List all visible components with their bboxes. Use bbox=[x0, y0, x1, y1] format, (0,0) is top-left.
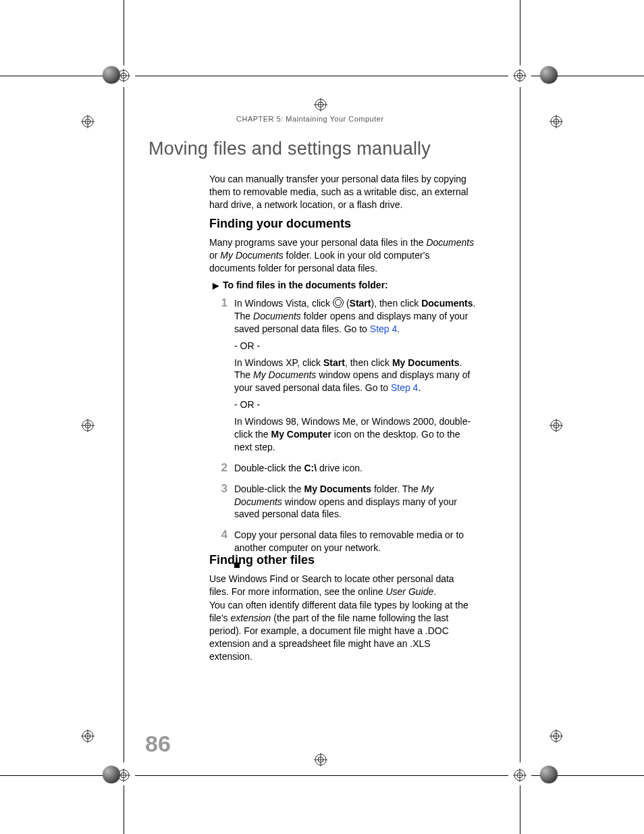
crop-line bbox=[520, 0, 520, 66]
svg-point-44 bbox=[315, 754, 326, 765]
registration-mark-icon bbox=[81, 115, 95, 128]
section1-paragraph: Many programs save your personal data fi… bbox=[209, 236, 476, 275]
svg-point-8 bbox=[118, 770, 129, 781]
svg-point-21 bbox=[85, 423, 90, 428]
text: . bbox=[433, 586, 436, 597]
step-number: 1 bbox=[213, 297, 234, 310]
steps-list: 1 In Windows Vista, click (Start), then … bbox=[213, 293, 476, 571]
svg-point-45 bbox=[318, 757, 323, 762]
registration-mark-icon bbox=[314, 98, 327, 111]
svg-point-16 bbox=[82, 116, 93, 127]
svg-point-0 bbox=[118, 70, 129, 81]
crop-line bbox=[0, 76, 113, 76]
windows-start-icon bbox=[333, 297, 344, 308]
section2-paragraph-1: Use Windows Find or Search to locate oth… bbox=[209, 573, 476, 598]
svg-point-12 bbox=[514, 770, 525, 781]
text: Many programs save your personal data fi… bbox=[209, 237, 426, 248]
text: ( bbox=[344, 298, 350, 309]
svg-point-24 bbox=[82, 731, 93, 741]
registration-mark-icon bbox=[549, 729, 563, 743]
crop-line bbox=[124, 785, 124, 834]
step-number: 3 bbox=[213, 483, 234, 496]
bold-text: My Documents bbox=[304, 484, 372, 494]
text: . bbox=[397, 323, 400, 334]
procedure-heading-text: To find files in the documents folder: bbox=[223, 280, 388, 290]
italic-text: Documents bbox=[426, 237, 474, 248]
svg-point-9 bbox=[121, 773, 126, 778]
chapter-label: CHAPTER bbox=[236, 115, 274, 123]
svg-point-5 bbox=[517, 73, 522, 78]
step-body: Double-click the C:\ drive icon. bbox=[234, 462, 476, 479]
registration-mark-icon bbox=[549, 419, 563, 432]
bead-icon bbox=[103, 66, 120, 84]
registration-mark-icon bbox=[117, 69, 130, 82]
text: In Windows XP, click bbox=[234, 357, 323, 368]
bold-text: My Computer bbox=[271, 429, 331, 440]
text: , then click bbox=[345, 357, 392, 368]
section2-paragraph-2: You can often identify different data fi… bbox=[209, 599, 476, 662]
bead-icon bbox=[540, 766, 558, 783]
registration-mark-icon bbox=[513, 69, 527, 82]
bold-text: Start bbox=[350, 298, 371, 309]
text: . bbox=[418, 382, 421, 393]
section-heading-finding-documents: Finding your documents bbox=[209, 217, 351, 231]
crop-line bbox=[520, 785, 520, 834]
bead-icon bbox=[103, 766, 120, 783]
step-number: 4 bbox=[213, 529, 234, 542]
svg-point-32 bbox=[551, 420, 562, 431]
text: ), then click bbox=[371, 298, 421, 309]
step-body: In Windows Vista, click (Start), then cl… bbox=[234, 297, 476, 458]
page-number: 86 bbox=[145, 731, 171, 757]
svg-point-28 bbox=[551, 116, 562, 127]
link-step4[interactable]: Step 4 bbox=[370, 323, 397, 334]
step-2: 2 Double-click the C:\ drive icon. bbox=[213, 462, 476, 479]
svg-point-13 bbox=[517, 773, 522, 778]
svg-point-4 bbox=[514, 70, 525, 81]
italic-text: User Guide bbox=[385, 586, 433, 597]
svg-point-40 bbox=[315, 99, 326, 110]
crop-line bbox=[0, 775, 113, 776]
italic-text: My Documents bbox=[253, 369, 316, 380]
svg-point-33 bbox=[554, 423, 559, 428]
page-title: Moving files and settings manually bbox=[149, 138, 431, 159]
text: Copy your personal data files to removab… bbox=[234, 529, 476, 554]
text: or bbox=[209, 250, 220, 261]
text: In Windows Vista, click bbox=[234, 298, 333, 309]
step-number: 2 bbox=[213, 462, 234, 475]
bead-icon bbox=[540, 66, 558, 84]
bold-text: Documents bbox=[421, 298, 473, 309]
chapter-header: CHAPTER 5: Maintaining Your Computer bbox=[236, 115, 384, 123]
crop-line bbox=[135, 76, 508, 76]
svg-point-25 bbox=[85, 733, 90, 739]
section-heading-finding-other: Finding other files bbox=[209, 553, 315, 567]
registration-mark-icon bbox=[117, 768, 130, 782]
or-separator: - OR - bbox=[234, 340, 476, 353]
svg-point-17 bbox=[85, 119, 90, 124]
registration-mark-icon bbox=[549, 115, 563, 128]
bold-text: C:\ bbox=[304, 463, 317, 473]
italic-text: My Documents bbox=[220, 250, 283, 261]
step-body: Double-click the My Documents folder. Th… bbox=[234, 483, 476, 525]
svg-point-20 bbox=[82, 420, 93, 431]
svg-point-36 bbox=[551, 731, 562, 741]
text: Double-click the bbox=[234, 463, 304, 473]
text: folder. The bbox=[371, 484, 421, 494]
registration-mark-icon bbox=[81, 419, 95, 432]
page: CHAPTER 5: Maintaining Your Computer Mov… bbox=[0, 0, 644, 834]
link-step4[interactable]: Step 4 bbox=[391, 382, 418, 393]
svg-point-37 bbox=[554, 733, 559, 739]
registration-mark-icon bbox=[314, 753, 327, 766]
crop-line bbox=[520, 87, 520, 762]
italic-text: extension bbox=[230, 613, 271, 623]
chapter-title: : Maintaining Your Computer bbox=[281, 115, 383, 123]
bold-text: Start bbox=[323, 357, 345, 368]
registration-mark-icon bbox=[81, 729, 95, 743]
crop-line bbox=[531, 775, 644, 776]
registration-mark-icon bbox=[513, 768, 527, 782]
bold-text: My Documents bbox=[392, 357, 460, 368]
triangle-right-icon: ▶ bbox=[213, 281, 219, 290]
crop-line bbox=[531, 76, 644, 76]
italic-text: Documents bbox=[253, 311, 301, 321]
svg-point-29 bbox=[554, 119, 559, 124]
svg-point-41 bbox=[318, 102, 323, 107]
